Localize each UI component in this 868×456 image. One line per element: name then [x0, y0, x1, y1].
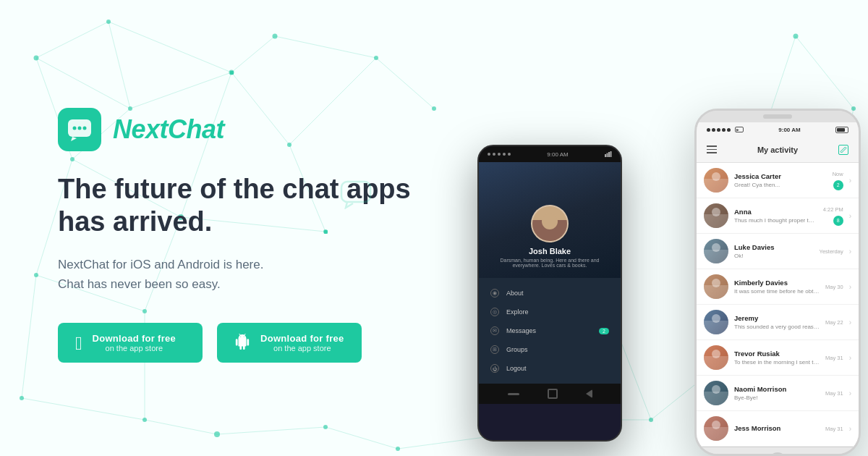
chat-item[interactable]: Jeremy This sounded a very good reason, …	[697, 305, 859, 340]
messages-badge: 2	[599, 328, 609, 334]
content-wrapper: NextChat The future of the chat apps has…	[0, 0, 868, 456]
app-name: NextChat	[113, 114, 224, 145]
chevron-right-icon: ›	[849, 177, 851, 185]
iphone-menu-icon[interactable]	[707, 145, 717, 153]
svg-point-76	[73, 126, 77, 130]
signal-indicator: ▶	[707, 127, 744, 132]
android-profile-bio: Darsman, human being. Here and there and…	[492, 258, 608, 268]
chat-item[interactable]: Kimberly Davies It was some time before …	[697, 269, 859, 305]
chat-avatar	[704, 168, 728, 193]
iphone-battery	[835, 127, 848, 133]
android-download-button[interactable]: Download for free on the app store	[217, 323, 362, 363]
iphone-time: 9:00 AM	[778, 127, 800, 133]
chat-avatar	[704, 381, 728, 405]
iphone-header: My activity	[697, 137, 859, 163]
svg-rect-80	[605, 154, 606, 157]
ios-download-button[interactable]:  Download for free on the app store	[58, 323, 203, 363]
chevron-right-icon: ›	[849, 425, 851, 433]
tagline: The future of the chat apps has arrived.	[58, 173, 420, 239]
android-profile-name: Josh Blake	[529, 247, 571, 256]
android-phone-mockup: 9:00 AM Josh Blake Darsman, human being.…	[477, 145, 622, 442]
chevron-right-icon: ›	[849, 354, 851, 362]
android-menu-explore[interactable]: ◎ Explore	[479, 303, 621, 321]
chat-item[interactable]: Naomi Morrison Bye-Bye! May 31 ›	[697, 376, 859, 411]
svg-rect-83	[610, 151, 611, 157]
left-panel: NextChat The future of the chat apps has…	[0, 0, 463, 456]
messages-icon: ✉	[490, 326, 499, 335]
logout-icon: ⏻	[490, 364, 499, 373]
right-panel: 9:00 AM Josh Blake Darsman, human being.…	[463, 0, 868, 456]
buttons-row:  Download for free on the app store Dow…	[58, 323, 420, 363]
chevron-right-icon: ›	[849, 212, 851, 220]
android-nav-menu: ◉ About ◎ Explore ✉ Messages 2 ⊞ Groups	[479, 278, 621, 384]
chat-item[interactable]: Trevor Rusiak To these in the morning I …	[697, 340, 859, 376]
ios-btn-bottom-text: on the app store	[93, 344, 176, 352]
edit-icon[interactable]	[838, 145, 848, 155]
svg-point-78	[83, 126, 87, 130]
android-nav-bar	[479, 384, 621, 404]
android-btn-bottom-text: on the app store	[260, 344, 344, 352]
chat-avatar	[704, 310, 728, 334]
chat-avatar	[704, 239, 728, 263]
android-menu-messages[interactable]: ✉ Messages 2	[479, 321, 621, 340]
iphone-mockup: ▶ 9:00 AM My activity	[694, 109, 861, 456]
chat-item[interactable]: Jess Morrison May 31 ›	[697, 411, 859, 447]
chevron-right-icon: ›	[849, 283, 851, 291]
subtitle: NextChat for iOS and Android is here. Ch…	[58, 255, 420, 294]
groups-icon: ⊞	[490, 345, 499, 354]
android-profile-area: Josh Blake Darsman, human being. Here an…	[479, 162, 621, 278]
android-profile-avatar	[531, 205, 569, 242]
chevron-right-icon: ›	[849, 389, 851, 397]
chat-item[interactable]: Jessica Carter Great! Cya then... Now 2 …	[697, 163, 859, 198]
svg-rect-82	[608, 152, 610, 157]
chat-avatar	[704, 416, 728, 441]
svg-point-77	[78, 126, 82, 130]
about-icon: ◉	[490, 289, 499, 297]
android-menu-logout[interactable]: ⏻ Logout	[479, 359, 621, 378]
chat-avatar	[704, 203, 728, 228]
chevron-right-icon: ›	[849, 248, 851, 256]
android-status-bar: 9:00 AM	[479, 146, 621, 162]
iphone-screen-title: My activity	[757, 145, 798, 154]
android-btn-top-text: Download for free	[260, 333, 344, 344]
iphone-status-bar: ▶ 9:00 AM	[697, 122, 859, 137]
android-icon	[234, 334, 250, 352]
android-menu-about[interactable]: ◉ About	[479, 284, 621, 303]
android-menu-groups[interactable]: ⊞ Groups	[479, 340, 621, 359]
android-time: 9:00 AM	[547, 151, 568, 158]
apple-icon: 	[75, 334, 82, 352]
app-logo-icon	[58, 108, 101, 151]
chat-avatar	[704, 274, 728, 299]
logo-row: NextChat	[58, 108, 420, 151]
chevron-right-icon: ›	[849, 318, 851, 326]
ios-btn-top-text: Download for free	[93, 333, 176, 344]
chat-avatar	[704, 345, 728, 370]
chat-item[interactable]: Anna Thus much I thought proper to tell …	[697, 198, 859, 234]
chat-item[interactable]: Luke Davies Ok! Yesterday ›	[697, 234, 859, 269]
svg-rect-79	[341, 182, 370, 202]
explore-icon: ◎	[490, 308, 499, 316]
iphone-chat-list: Jessica Carter Great! Cya then... Now 2 …	[697, 163, 859, 447]
svg-rect-81	[606, 153, 608, 158]
